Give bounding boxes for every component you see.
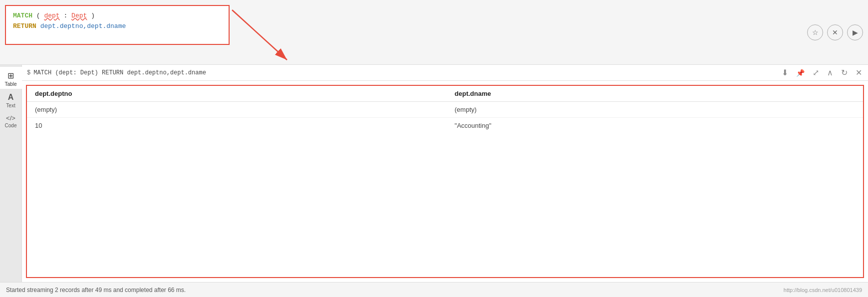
sidebar-item-text-label: Text xyxy=(6,103,15,108)
sidebar-item-table[interactable]: ⊞ Table xyxy=(0,67,22,89)
top-toolbar-icons: ☆ ✕ ▶ xyxy=(807,24,863,40)
pin-button[interactable]: 📌 xyxy=(795,69,806,77)
top-editor: MATCH ( dept : Dept ) RETURN dept.deptno… xyxy=(0,0,868,65)
cell-deptno-empty: (empty) xyxy=(27,102,447,118)
keyword-return: RETURN xyxy=(13,22,36,30)
sidebar-item-code[interactable]: </> Code xyxy=(0,110,22,130)
table-row: (empty) (empty) xyxy=(27,102,863,118)
star-button[interactable]: ☆ xyxy=(807,24,823,40)
code-props: dept.deptno,dept.dname xyxy=(40,22,126,30)
code-line-2: RETURN dept.deptno,dept.dname xyxy=(13,21,222,32)
status-text: Started streaming 2 records after 49 ms … xyxy=(6,287,186,294)
sidebar-item-text[interactable]: A Text xyxy=(0,89,22,110)
col-header-deptno: dept.deptno xyxy=(27,86,447,102)
dollar-sign: $ xyxy=(27,69,30,76)
code-line-1: MATCH ( dept : Dept ) xyxy=(13,11,222,21)
sidebar-item-code-label: Code xyxy=(5,123,17,128)
query-text: MATCH (dept: Dept) RETURN dept.deptno,de… xyxy=(33,69,781,76)
result-content: $ MATCH (dept: Dept) RETURN dept.deptno,… xyxy=(22,65,868,282)
query-bar: $ MATCH (dept: Dept) RETURN dept.deptno,… xyxy=(22,65,868,81)
refresh-button[interactable]: ↻ xyxy=(840,68,849,77)
cell-deptno-10: 10 xyxy=(27,118,447,134)
expand-button[interactable]: ⤢ xyxy=(812,68,820,77)
close-result-button[interactable]: ✕ xyxy=(855,68,863,77)
svg-line-1 xyxy=(232,10,287,60)
play-button[interactable]: ▶ xyxy=(847,24,863,40)
sidebar-item-table-label: Table xyxy=(5,81,17,87)
query-actions: ⬇ 📌 ⤢ ∧ ↻ ✕ xyxy=(781,68,863,77)
result-table: dept.deptno dept.dname (empty) (empty) 1… xyxy=(27,86,863,133)
arrow-annotation xyxy=(227,5,297,65)
code-label: Dept xyxy=(71,12,87,19)
keyword-match: MATCH xyxy=(13,12,32,19)
text-icon: A xyxy=(8,93,14,102)
table-row: 10 "Accounting" xyxy=(27,118,863,134)
table-header-row: dept.deptno dept.dname xyxy=(27,86,863,102)
code-icon: </> xyxy=(6,114,15,122)
cell-dname-accounting: "Accounting" xyxy=(447,118,863,134)
col-header-dname: dept.dname xyxy=(447,86,863,102)
code-editor-box[interactable]: MATCH ( dept : Dept ) RETURN dept.deptno… xyxy=(5,5,230,45)
download-button[interactable]: ⬇ xyxy=(781,68,789,77)
close-button-top[interactable]: ✕ xyxy=(827,24,843,40)
status-bar: Started streaming 2 records after 49 ms … xyxy=(0,282,868,297)
main-area: ⊞ Table A Text </> Code $ MATCH (dept: D… xyxy=(0,65,868,282)
status-url: http://blog.csdn.net/u010801439 xyxy=(784,287,862,293)
result-table-container: dept.deptno dept.dname (empty) (empty) 1… xyxy=(26,85,864,278)
code-var: dept xyxy=(44,12,59,19)
collapse-button[interactable]: ∧ xyxy=(826,68,834,77)
table-icon: ⊞ xyxy=(7,71,14,80)
sidebar: ⊞ Table A Text </> Code xyxy=(0,65,22,282)
cell-dname-empty: (empty) xyxy=(447,102,863,118)
